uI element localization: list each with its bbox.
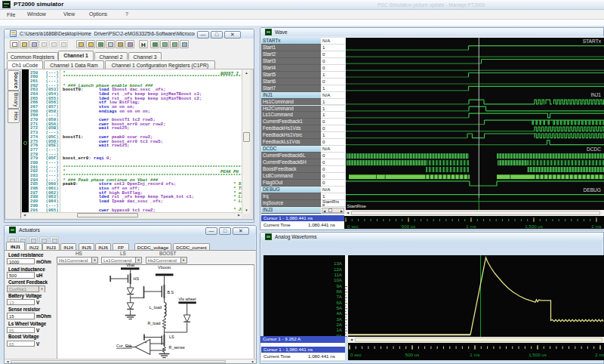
svg-text:HS: HS: [134, 276, 140, 281]
svg-text:R_sense: R_sense: [169, 345, 185, 350]
svg-text:INJ1: INJ1: [590, 92, 601, 97]
svg-text:1 ms: 1 ms: [470, 352, 479, 357]
svg-text:Vbat: Vbat: [126, 263, 135, 267]
svg-text:+: +: [145, 340, 147, 344]
svg-text:L_load: L_load: [149, 305, 162, 310]
svg-text:2 ms: 2 ms: [591, 224, 601, 229]
svg-text:Vls wheel: Vls wheel: [178, 297, 196, 301]
svg-text:StartRise: StartRise: [347, 203, 367, 208]
svg-text:1,500 us: 1,500 us: [528, 352, 547, 357]
svg-text:2 ms: 2 ms: [595, 352, 604, 357]
svg-text:1,500 us: 1,500 us: [525, 224, 543, 229]
svg-text:500 us: 500 us: [405, 352, 420, 357]
svg-text:DEBUG: DEBUG: [584, 187, 601, 193]
svg-text:LS: LS: [169, 335, 174, 339]
svg-text:R_load: R_load: [147, 321, 160, 325]
svg-text:1 ms: 1 ms: [466, 224, 476, 229]
svg-text:STARTx: STARTx: [583, 39, 602, 44]
svg-text:DCDC: DCDC: [587, 147, 601, 152]
svg-text:B.S: B.S: [168, 290, 174, 295]
svg-text:0 sec: 0 sec: [347, 224, 359, 229]
svg-text:500 us: 500 us: [402, 224, 416, 229]
svg-text:Vboost: Vboost: [158, 265, 171, 270]
svg-text:Cur_Fbk: Cur_Fbk: [116, 344, 132, 348]
svg-text:0 sec: 0 sec: [350, 352, 362, 357]
